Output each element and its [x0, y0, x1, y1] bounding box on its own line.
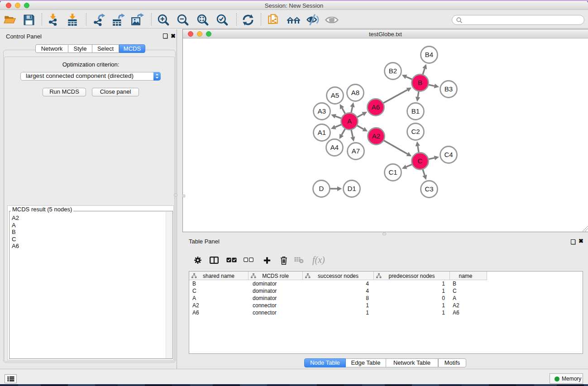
svg-text:C: C — [418, 157, 423, 165]
svg-text:D1: D1 — [347, 185, 356, 192]
svg-text:A7: A7 — [352, 147, 360, 155]
svg-text:A1: A1 — [318, 129, 326, 136]
svg-text:A4: A4 — [330, 143, 339, 151]
svg-text:B3: B3 — [445, 85, 453, 93]
svg-text:C4: C4 — [444, 151, 453, 158]
svg-text:A: A — [347, 117, 352, 125]
svg-text:B: B — [418, 79, 422, 86]
svg-text:D: D — [319, 185, 324, 192]
svg-text:A3: A3 — [318, 107, 326, 115]
svg-text:C1: C1 — [388, 168, 397, 176]
svg-text:A6: A6 — [372, 103, 380, 111]
svg-text:A2: A2 — [372, 132, 380, 140]
svg-text:C2: C2 — [411, 128, 420, 135]
svg-text:C3: C3 — [425, 185, 433, 193]
svg-text:A5: A5 — [331, 91, 339, 99]
svg-text:B4: B4 — [425, 51, 433, 58]
svg-text:A8: A8 — [351, 89, 359, 96]
svg-text:B1: B1 — [411, 107, 420, 115]
svg-text:B2: B2 — [389, 67, 397, 75]
